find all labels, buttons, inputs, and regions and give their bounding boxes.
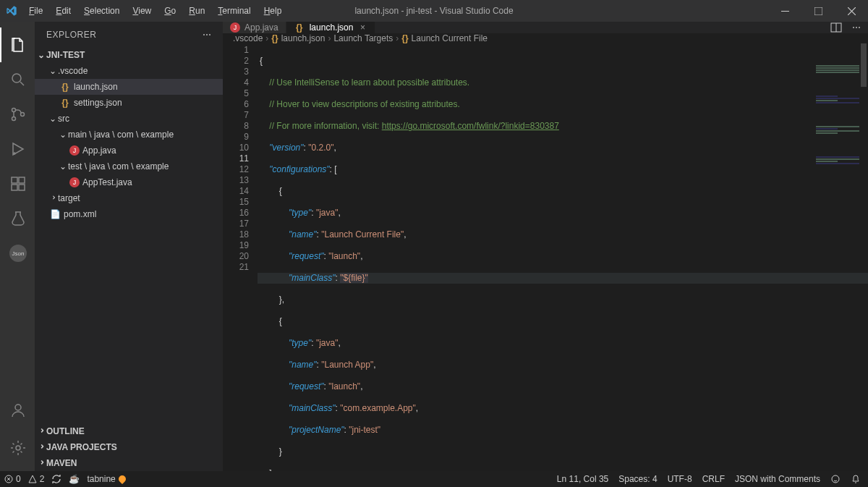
- activity-explorer[interactable]: [0, 27, 35, 62]
- status-lncol[interactable]: Ln 11, Col 35: [557, 474, 608, 484]
- minimap[interactable]: [816, 43, 859, 84]
- breadcrumb[interactable]: .vscode› {}launch.json› Launch Targets› …: [223, 33, 868, 43]
- svg-point-4: [12, 117, 16, 121]
- close-button[interactable]: [835, 0, 868, 22]
- sidebar-explorer: EXPLORER ⋯ ⌄ JNI-TEST ⌄.vscode {}launch.…: [35, 22, 223, 471]
- section-maven[interactable]: ⌄MAVEN: [35, 455, 223, 471]
- svg-point-11: [15, 405, 21, 410]
- svg-rect-0: [781, 11, 789, 12]
- activity-account[interactable]: [0, 393, 35, 428]
- section-java-projects[interactable]: ⌄JAVA PROJECTS: [35, 439, 223, 455]
- breadcrumb-item[interactable]: Launch Current File: [412, 33, 488, 43]
- more-actions-icon[interactable]: ⋯: [852, 22, 861, 33]
- file-pom-xml[interactable]: 📄pom.xml: [35, 206, 223, 222]
- status-java[interactable]: ☕: [69, 474, 80, 484]
- chevron-right-icon: ⌄: [35, 444, 46, 450]
- chevron-down-icon: ⌄: [49, 114, 55, 124]
- menu-bar: File Edit Selection View Go Run Terminal…: [23, 3, 287, 19]
- java-icon: J: [230, 22, 240, 33]
- svg-rect-9: [19, 185, 25, 190]
- window-controls: [768, 0, 868, 22]
- json-icon: {}: [271, 33, 278, 43]
- editor-tabs: JApp.java {}launch.json× ⋯: [223, 22, 868, 33]
- code-editor[interactable]: 123456789101112131415161718192021 { // U…: [223, 43, 868, 471]
- file-app-java[interactable]: JApp.java: [35, 143, 223, 158]
- breadcrumb-item[interactable]: .vscode: [233, 33, 263, 43]
- status-feedback-icon[interactable]: [830, 474, 841, 484]
- folder-src[interactable]: ⌄src: [35, 111, 223, 127]
- status-eol[interactable]: CRLF: [702, 474, 725, 484]
- status-spaces[interactable]: Spaces: 4: [618, 474, 657, 484]
- status-encoding[interactable]: UTF-8: [668, 474, 692, 484]
- menu-selection[interactable]: Selection: [78, 3, 125, 19]
- menu-edit[interactable]: Edit: [50, 3, 77, 19]
- sidebar-title: EXPLORER: [46, 30, 96, 40]
- tab-launch-json[interactable]: {}launch.json×: [286, 22, 376, 33]
- chevron-right-icon: ⌄: [35, 460, 46, 466]
- svg-rect-8: [12, 185, 17, 190]
- status-errors[interactable]: 0: [4, 474, 21, 484]
- svg-rect-7: [12, 177, 17, 183]
- activity-search[interactable]: [0, 62, 35, 97]
- editor-actions: ⋯: [830, 22, 868, 33]
- activity-run[interactable]: [0, 132, 35, 166]
- chevron-down-icon: ⌄: [49, 66, 55, 76]
- menu-terminal[interactable]: Terminal: [212, 3, 256, 19]
- folder-test-path[interactable]: ⌄test \ java \ com \ example: [35, 158, 223, 174]
- java-icon: J: [69, 145, 80, 156]
- folder-target[interactable]: ⌄target: [35, 190, 223, 206]
- status-bell-icon[interactable]: [851, 474, 861, 484]
- split-editor-icon[interactable]: [830, 22, 842, 33]
- svg-point-15: [832, 475, 839, 483]
- minimize-button[interactable]: [768, 0, 801, 22]
- activity-bar: Json: [0, 22, 35, 471]
- xml-icon: 📄: [49, 208, 61, 220]
- breadcrumb-item[interactable]: launch.json: [281, 33, 326, 43]
- sidebar-bottom-sections: ⌄OUTLINE ⌄JAVA PROJECTS ⌄MAVEN: [35, 423, 223, 471]
- code-body[interactable]: { // Use IntelliSense to learn about pos…: [258, 43, 868, 471]
- menu-file[interactable]: File: [23, 3, 48, 19]
- menu-view[interactable]: View: [127, 3, 157, 19]
- activity-json[interactable]: Json: [0, 236, 35, 271]
- activity-settings[interactable]: [0, 431, 35, 465]
- file-settings-json[interactable]: {}settings.json: [35, 95, 223, 111]
- folder-main-path[interactable]: ⌄main \ java \ com \ example: [35, 127, 223, 143]
- tab-app-java[interactable]: JApp.java: [223, 22, 286, 33]
- svg-rect-10: [19, 177, 25, 183]
- file-launch-json[interactable]: {}launch.json: [35, 79, 223, 95]
- menu-go[interactable]: Go: [158, 3, 182, 19]
- breadcrumb-item[interactable]: Launch Targets: [333, 33, 393, 43]
- status-warnings[interactable]: 2: [28, 474, 45, 484]
- window-title: launch.json - jni-test - Visual Studio C…: [354, 6, 513, 16]
- close-tab-icon[interactable]: ×: [357, 22, 367, 33]
- vscode-logo-icon: [6, 5, 17, 17]
- status-sync[interactable]: [51, 474, 61, 484]
- chevron-right-icon: ⌄: [35, 428, 46, 434]
- project-name-label: JNI-TEST: [46, 50, 85, 60]
- svg-point-12: [16, 446, 20, 450]
- activity-extensions[interactable]: [0, 166, 35, 201]
- chevron-down-icon: ⌄: [59, 161, 65, 171]
- chevron-right-icon: ⌄: [47, 195, 57, 201]
- folder-vscode[interactable]: ⌄.vscode: [35, 63, 223, 79]
- chevron-down-icon: ⌄: [38, 50, 43, 60]
- vertical-scrollbar[interactable]: [859, 43, 868, 471]
- activity-testing[interactable]: [0, 201, 35, 236]
- sidebar-more-icon[interactable]: ⋯: [203, 30, 212, 40]
- title-bar: File Edit Selection View Go Run Terminal…: [0, 0, 868, 22]
- section-outline[interactable]: ⌄OUTLINE: [35, 423, 223, 439]
- svg-point-3: [12, 109, 16, 112]
- status-language[interactable]: JSON with Comments: [735, 474, 820, 484]
- menu-help[interactable]: Help: [258, 3, 288, 19]
- section-project[interactable]: ⌄ JNI-TEST: [35, 47, 223, 63]
- json-icon: {}: [59, 97, 71, 109]
- maximize-button[interactable]: [801, 0, 835, 22]
- tabnine-icon: [117, 474, 127, 484]
- file-apptest-java[interactable]: JAppTest.java: [35, 174, 223, 190]
- activity-source-control[interactable]: [0, 97, 35, 132]
- svg-point-5: [21, 113, 25, 117]
- file-tree: ⌄.vscode {}launch.json {}settings.json ⌄…: [35, 63, 223, 222]
- menu-run[interactable]: Run: [183, 3, 210, 19]
- status-tabnine[interactable]: tabnine: [87, 474, 125, 484]
- json-icon: {}: [294, 22, 305, 33]
